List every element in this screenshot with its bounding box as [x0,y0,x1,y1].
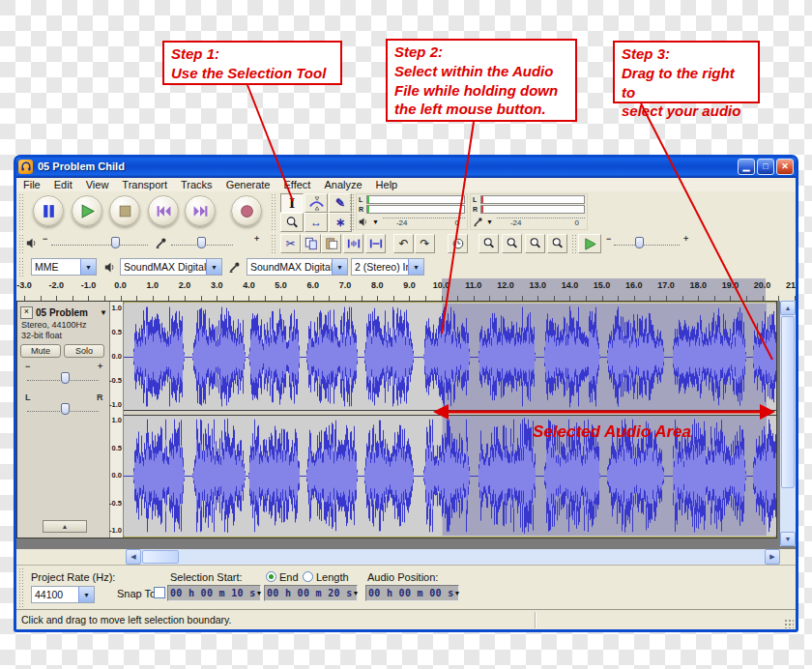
recording-device-select[interactable]: SoundMAX Digital Audio ▼ [246,258,348,276]
paste-button[interactable] [321,234,341,253]
mute-button[interactable]: Mute [20,344,61,358]
silence-icon [369,237,383,250]
selection-start-field[interactable]: 00 h 00 m 10 s ▼ [167,585,261,601]
end-radio[interactable] [266,571,276,582]
meter-dropdown-icon[interactable]: ▼ [486,218,493,225]
meter-toolbar-grip[interactable] [349,193,354,230]
combo-dropdown-icon[interactable]: ▼ [78,587,94,602]
minimize-button[interactable]: ▁ [738,159,755,175]
pause-button[interactable] [33,195,64,226]
selection-toolbar-grip[interactable] [18,567,23,608]
menu-analyze[interactable]: Analyze [317,178,368,191]
playback-device-select[interactable]: SoundMAX Digital Audio ▼ [120,258,222,276]
edit-toolbar-grip[interactable] [271,234,276,253]
fit-selection-button[interactable] [525,234,545,253]
paste-icon [325,237,338,250]
undo-button[interactable]: ↶ [393,234,414,253]
transcription-toolbar-grip[interactable] [571,234,576,253]
track-menu-dropdown-icon[interactable]: ▼ [100,308,107,317]
combo-dropdown-icon[interactable]: ▼ [80,259,96,275]
horizontal-scroll-thumb[interactable] [142,550,179,564]
sync-lock-button[interactable] [448,234,468,253]
menu-generate[interactable]: Generate [219,178,277,191]
recording-meter[interactable]: L R ▼ -240 [470,193,588,230]
zoom-tool-button[interactable] [280,213,304,232]
track-name[interactable]: 05 Problem [36,307,100,318]
audio-position-label: Audio Position: [367,571,438,583]
output-volume-thumb[interactable] [111,237,120,248]
vertical-scroll-thumb[interactable] [781,316,795,488]
menu-file[interactable]: File [16,178,47,191]
combo-dropdown-icon[interactable]: ▼ [408,259,423,275]
audio-position-field[interactable]: 00 h 00 m 00 s ▼ [365,585,459,601]
trim-audio-button[interactable] [343,234,363,253]
selection-end-field[interactable]: 00 h 00 m 20 s ▼ [264,585,358,601]
track-pan-thumb[interactable] [61,403,70,415]
play-button[interactable] [72,195,102,226]
output-volume-slider[interactable] [51,236,148,249]
input-channels-select[interactable]: 2 (Stereo) Inp ▼ [351,258,424,276]
scroll-down-button[interactable]: ▼ [780,532,796,546]
menu-transport[interactable]: Transport [115,178,174,191]
combo-dropdown-icon[interactable]: ▼ [206,259,221,275]
meter-dropdown-icon[interactable]: ▼ [372,218,379,225]
waveform-channel-right[interactable] [124,416,776,536]
track-pan-slider[interactable] [27,402,99,416]
scroll-right-button[interactable]: ▶ [765,549,780,565]
menu-help[interactable]: Help [369,178,405,191]
playback-speed-slider[interactable] [614,236,680,249]
snap-to-checkbox[interactable] [154,587,165,598]
transport-toolbar-grip[interactable] [18,193,23,230]
zoom-in-button[interactable] [478,234,499,253]
project-rate-select[interactable]: 44100 ▼ [31,586,95,603]
menu-view[interactable]: View [79,178,116,191]
audio-host-select[interactable]: MME ▼ [31,258,97,276]
scroll-left-button[interactable]: ◀ [126,549,141,565]
step1-title: Step 1: [171,44,334,64]
track-collapse-button[interactable]: ▲ [43,520,87,533]
device-toolbar-grip[interactable] [18,257,23,276]
timefield-dropdown-icon[interactable]: ▼ [454,590,461,596]
zoom-out-button[interactable] [502,234,522,253]
waveform-channel-left[interactable] [124,304,776,410]
redo-button[interactable]: ↷ [415,234,435,253]
skip-to-end-button[interactable] [185,195,216,226]
timeshift-tool-button[interactable]: ↔ [304,213,328,232]
resize-grip[interactable] [784,619,794,628]
horizontal-scrollbar[interactable] [126,549,780,565]
copy-button[interactable] [301,234,321,253]
menu-tracks[interactable]: Tracks [174,178,219,191]
menu-edit[interactable]: Edit [47,178,79,191]
selection-tool-button[interactable]: I [280,193,304,213]
close-button[interactable]: ✕ [776,159,794,175]
menu-effect[interactable]: Effect [277,178,318,191]
input-volume-slider[interactable] [171,236,233,249]
cut-button[interactable]: ✂ [280,234,301,253]
track-gain-slider[interactable] [27,371,99,385]
maximize-button[interactable]: □ [757,159,774,175]
playback-speed-thumb[interactable] [635,237,644,248]
mixer-toolbar-grip[interactable] [18,234,23,253]
tools-toolbar-grip[interactable] [271,193,276,230]
vertical-ruler[interactable]: 1.00.50.0-0.5-1.01.00.50.0-0.5-1.0 [110,302,124,538]
envelope-tool-button[interactable] [304,193,328,213]
scroll-up-button[interactable]: ▲ [780,301,796,315]
title-bar[interactable]: 05 Problem Child ▁ □ ✕ [14,155,798,178]
track-gain-thumb[interactable] [61,372,70,384]
play-at-speed-button[interactable] [578,234,601,253]
solo-button[interactable]: Solo [64,344,104,358]
length-radio[interactable] [303,571,313,582]
input-volume-thumb[interactable] [197,237,206,248]
silence-audio-button[interactable] [365,234,386,253]
playback-meter[interactable]: L R ▼ -240 [356,193,468,230]
timefield-dropdown-icon[interactable]: ▼ [256,590,263,596]
track-close-button[interactable]: × [20,306,33,319]
record-button[interactable] [231,195,262,226]
stop-button[interactable] [109,195,140,226]
fit-project-button[interactable] [547,234,567,253]
vertical-scrollbar[interactable]: ▲ ▼ [780,301,796,546]
skip-to-start-button[interactable] [148,195,179,226]
timefield-dropdown-icon[interactable]: ▼ [353,590,360,596]
timeline-ruler[interactable]: -3.0-2.0-1.00.01.02.03.04.05.06.07.08.09… [16,278,796,302]
combo-dropdown-icon[interactable]: ▼ [332,259,347,275]
